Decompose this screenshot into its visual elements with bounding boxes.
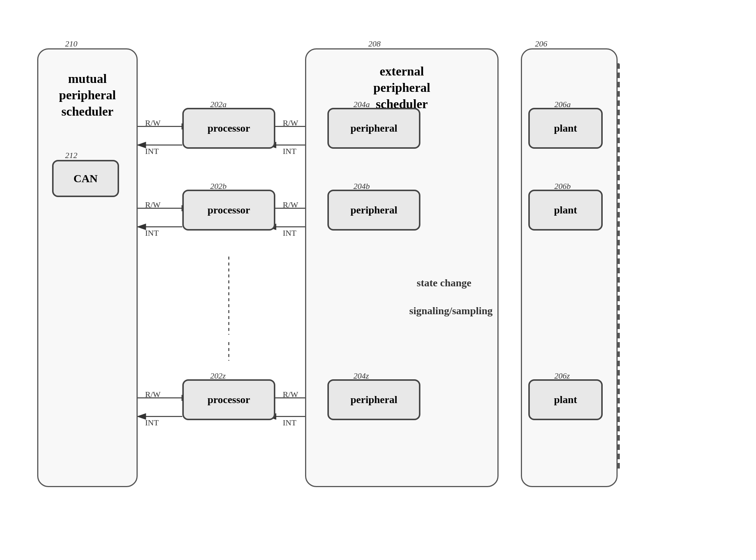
plant-b-box: plant bbox=[528, 190, 603, 231]
rw-label-b-right: R/W bbox=[283, 200, 298, 210]
peripheral-a-box: peripheral bbox=[327, 108, 420, 149]
rw-label-z-left: R/W bbox=[145, 390, 161, 399]
tag-206a: 206a bbox=[554, 100, 571, 109]
processor-b-box: processor bbox=[182, 190, 275, 231]
state-change-label: state change bbox=[417, 277, 471, 289]
peripheral-z-box: peripheral bbox=[327, 379, 420, 420]
can-box: CAN bbox=[52, 160, 119, 197]
int-label-b-right: INT bbox=[283, 228, 297, 238]
tag-206: 206 bbox=[535, 39, 547, 49]
processor-z-box: processor bbox=[182, 379, 275, 420]
tag-210: 210 bbox=[65, 39, 77, 49]
int-label-b-left: INT bbox=[145, 228, 159, 238]
processor-a-box: processor bbox=[182, 108, 275, 149]
int-label-a-right: INT bbox=[283, 147, 297, 156]
diagram-container: 210 mutualperipheralscheduler CAN 212 20… bbox=[22, 19, 729, 539]
rw-label-a-right: R/W bbox=[283, 118, 298, 128]
plant-z-box: plant bbox=[528, 379, 603, 420]
tag-208: 208 bbox=[368, 39, 381, 49]
tag-212: 212 bbox=[65, 151, 77, 160]
external-scheduler-label: externalperipheralscheduler bbox=[320, 63, 484, 113]
tag-206z: 206z bbox=[554, 371, 570, 381]
tag-204b: 204b bbox=[353, 181, 370, 191]
tag-202a: 202a bbox=[210, 100, 227, 109]
plant-a-box: plant bbox=[528, 108, 603, 149]
int-label-z-left: INT bbox=[145, 418, 159, 428]
rw-label-a-left: R/W bbox=[145, 118, 161, 128]
peripheral-b-box: peripheral bbox=[327, 190, 420, 231]
int-label-z-right: INT bbox=[283, 418, 297, 428]
tag-202b: 202b bbox=[210, 181, 227, 191]
signaling-sampling-label: signaling/sampling bbox=[409, 305, 493, 317]
tag-206b: 206b bbox=[554, 181, 571, 191]
tag-204z: 204z bbox=[353, 371, 369, 381]
tag-202z: 202z bbox=[210, 371, 226, 381]
plant-right-border bbox=[617, 63, 620, 472]
rw-label-b-left: R/W bbox=[145, 200, 161, 210]
int-label-a-left: INT bbox=[145, 147, 159, 156]
rw-label-z-right: R/W bbox=[283, 390, 298, 399]
mutual-scheduler-label: mutualperipheralscheduler bbox=[41, 71, 134, 120]
tag-204a: 204a bbox=[353, 100, 370, 109]
